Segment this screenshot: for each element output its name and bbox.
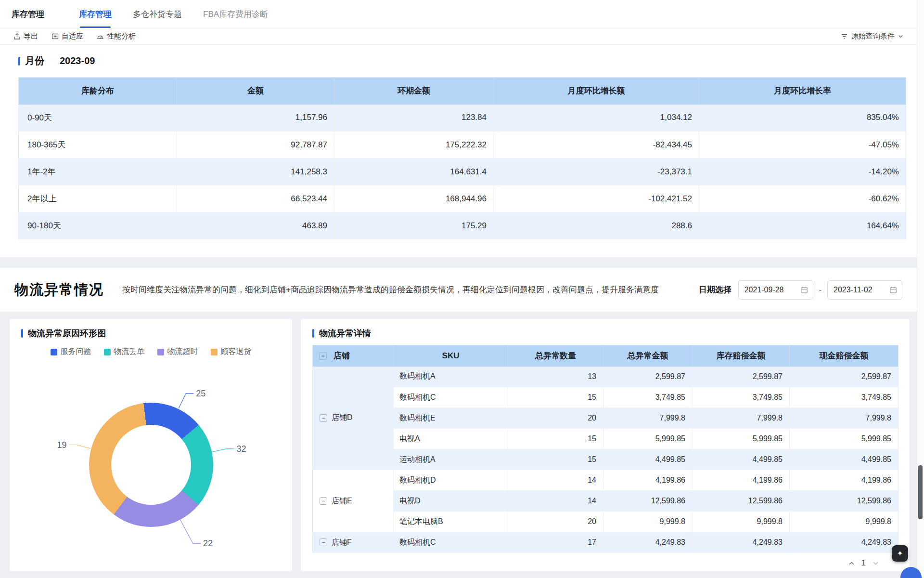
- stock-comp-cell: 3,749.85: [693, 387, 790, 408]
- query-conditions-button[interactable]: 原始查询条件: [841, 32, 903, 41]
- tab-multi-warehouse-replenishment[interactable]: 多仓补货专题: [133, 0, 182, 28]
- value-cell: -102,421.52: [494, 185, 699, 212]
- legend-label: 顾客退货: [221, 347, 252, 357]
- sku-cell: 数码相机C: [394, 532, 508, 553]
- cash-comp-cell: 9,999.8: [790, 512, 898, 532]
- page-down-button[interactable]: [873, 560, 879, 566]
- value-cell: 164,631.4: [334, 158, 494, 185]
- amount-cell: 7,999.8: [603, 408, 693, 429]
- value-cell: 66,523.44: [177, 185, 334, 212]
- age-bucket-cell: 180-365天: [19, 131, 177, 158]
- store-header-label: 店铺: [334, 350, 350, 361]
- qty-cell: 13: [508, 367, 603, 387]
- amount-cell: 4,499.85: [603, 449, 693, 470]
- collapse-group-button[interactable]: −: [320, 539, 327, 546]
- section-marker: [18, 57, 20, 66]
- month-section: 月份 2023-09 库龄分布金额环期金额月度环比增长额月度环比增长率 0-90…: [0, 45, 917, 257]
- detail-table-header-row: − 店铺 SKU 总异常数量 总异常金额 库存赔偿金额 现金赔偿金额: [313, 345, 898, 367]
- store-name: 店铺E: [332, 496, 352, 506]
- value-cell: 835.04%: [699, 105, 906, 131]
- month-label: 月份: [25, 54, 44, 67]
- stock-comp-cell: 12,599.86: [693, 491, 790, 512]
- amount-cell: 5,999.85: [603, 429, 693, 449]
- date-picker-label: 日期选择: [699, 284, 732, 295]
- calendar-icon[interactable]: [800, 286, 808, 294]
- start-date-input[interactable]: [744, 286, 796, 294]
- logistics-header: 物流异常情况 按时间维度关注物流异常的问题，细化到店铺+商品追踪因物流异常造成的…: [0, 268, 917, 312]
- amount-cell: 9,999.8: [603, 512, 693, 532]
- detail-table-row: −店铺D数码相机A132,599.872,599.872,599.87: [313, 367, 898, 387]
- month-column-header: 月度环比增长率: [699, 78, 906, 105]
- chevron-down-icon: [898, 34, 903, 39]
- inventory-age-table: 库龄分布金额环期金额月度环比增长额月度环比增长率 0-90天1,157.9612…: [18, 77, 906, 239]
- month-table-row: 1年-2年141,258.3164,631.4-23,373.1-14.20%: [19, 158, 906, 185]
- logistics-description: 按时间维度关注物流异常的问题，细化到店铺+商品追踪因物流异常造成的赔偿金额损失情…: [122, 284, 659, 295]
- store-header-cell: − 店铺: [313, 345, 394, 367]
- nav-brand[interactable]: 库存管理: [12, 0, 44, 28]
- legend-swatch: [51, 349, 57, 355]
- cards-row: 物流异常原因环形图 服务问题物流丢单物流超时顾客退货 25322219 物流异常…: [0, 319, 917, 571]
- value-cell: -60.62%: [699, 185, 906, 212]
- end-date-input[interactable]: [834, 286, 885, 294]
- legend-item[interactable]: 物流丢单: [104, 347, 145, 357]
- store-group-cell: −店铺E: [313, 470, 394, 532]
- page-up-button[interactable]: [848, 560, 855, 566]
- export-button[interactable]: 导出: [13, 32, 38, 41]
- sku-header-cell: SKU: [394, 345, 508, 367]
- section-divider: [0, 312, 917, 319]
- donut-chart-area: 25322219: [31, 364, 271, 554]
- donut-label: 22: [203, 539, 212, 548]
- qty-cell: 15: [508, 429, 603, 449]
- donut-card-title: 物流异常原因环形图: [28, 328, 106, 339]
- cash-comp-cell: 4,499.85: [790, 449, 898, 470]
- legend-item[interactable]: 顾客退货: [211, 347, 252, 357]
- tab-inventory-management[interactable]: 库存管理: [79, 0, 112, 28]
- month-value: 2023-09: [60, 55, 95, 66]
- assistant-floating-button[interactable]: ✦: [892, 545, 908, 562]
- end-date-field[interactable]: [827, 280, 902, 300]
- start-date-field[interactable]: [738, 280, 813, 300]
- collapse-all-button[interactable]: −: [319, 352, 327, 360]
- toolbar: 导出 自适应 性能分析 原始查询条件: [0, 28, 917, 45]
- qty-cell: 17: [508, 532, 603, 553]
- donut-label: 25: [196, 389, 205, 398]
- autofit-icon: [51, 33, 59, 40]
- section-marker: [312, 329, 314, 338]
- cash-comp-cell: 4,249.83: [790, 532, 898, 553]
- legend-swatch: [211, 349, 218, 355]
- store-name: 店铺D: [332, 413, 353, 423]
- autofit-button[interactable]: 自适应: [51, 32, 83, 41]
- value-cell: 1,157.96: [177, 105, 334, 131]
- month-title-row: 月份 2023-09: [18, 54, 906, 67]
- performance-analysis-button[interactable]: 性能分析: [97, 32, 136, 41]
- collapse-group-button[interactable]: −: [320, 414, 327, 422]
- tab-fba-storage-fee[interactable]: FBA库存费用诊断: [203, 0, 268, 28]
- month-table-row: 2年以上66,523.44168,944.96-102,421.52-60.62…: [19, 185, 906, 212]
- donut-chart[interactable]: [89, 403, 213, 527]
- amount-cell: 3,749.85: [603, 387, 693, 408]
- collapse-group-button[interactable]: −: [320, 497, 327, 505]
- legend-item[interactable]: 服务问题: [51, 347, 91, 357]
- date-range-separator: -: [819, 286, 821, 294]
- stock-comp-cell: 4,249.83: [693, 532, 790, 553]
- qty-cell: 15: [508, 387, 603, 408]
- stock-comp-cell: 2,599.87: [693, 367, 790, 387]
- amount-cell: 12,599.86: [603, 491, 693, 512]
- detail-table-row: 数码相机E207,999.87,999.87,999.8: [313, 408, 898, 429]
- top-nav: 库存管理 库存管理 多仓补货专题 FBA库存费用诊断: [0, 0, 917, 28]
- stock-comp-cell: 5,999.85: [693, 429, 790, 449]
- value-cell: 164.64%: [699, 212, 906, 239]
- legend-item[interactable]: 物流超时: [157, 347, 198, 357]
- qty-cell: 15: [508, 449, 603, 470]
- cash-comp-cell: 3,749.85: [790, 387, 898, 408]
- sku-cell: 数码相机C: [394, 387, 508, 408]
- calendar-icon[interactable]: [889, 286, 897, 294]
- value-cell: 123.84: [334, 105, 494, 131]
- cash-comp-cell: 5,999.85: [790, 429, 898, 449]
- donut-label-line: [69, 445, 90, 449]
- scrollbar-thumb[interactable]: [918, 465, 923, 519]
- stock-comp-cell: 4,199.86: [693, 470, 790, 491]
- autofit-label: 自适应: [62, 32, 83, 41]
- stock-comp-cell: 7,999.8: [693, 408, 790, 429]
- legend-swatch: [157, 349, 164, 355]
